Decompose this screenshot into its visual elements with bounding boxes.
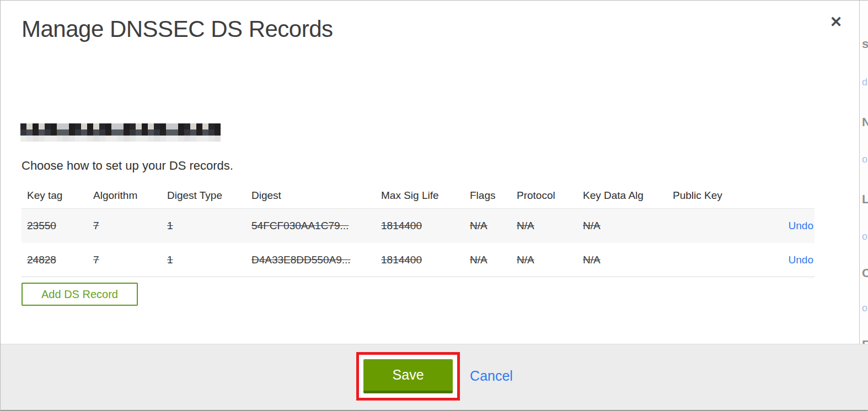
cell-algorithm: 7: [93, 220, 167, 232]
table-row: 23550 7 1 54FCF030AA1C79... 1814400 N/A …: [22, 209, 815, 243]
column-header-algorithm: Algorithm: [93, 190, 167, 202]
background-text-fragment: o: [862, 154, 867, 165]
background-text-fragment: L: [862, 192, 868, 207]
cancel-link[interactable]: Cancel: [470, 368, 513, 384]
column-header-digest-type: Digest Type: [167, 190, 251, 202]
instruction-text: Choose how to set up your DS records.: [22, 159, 233, 173]
cell-key-data-alg: N/A: [583, 254, 673, 266]
table-header-row: Key tag Algorithm Digest Type Digest Max…: [22, 182, 815, 209]
cell-algorithm: 7: [93, 254, 167, 266]
column-header-key-tag: Key tag: [27, 190, 93, 202]
modal-footer: Save Cancel: [1, 344, 868, 410]
background-text-fragment: o: [862, 302, 867, 314]
cell-max-sig-life: 1814400: [381, 254, 470, 266]
undo-link[interactable]: Undo: [789, 220, 813, 231]
background-text-fragment: E: [862, 338, 868, 344]
background-text-fragment: o: [862, 231, 867, 242]
close-icon[interactable]: ✕: [827, 13, 845, 31]
background-text-fragment: s: [862, 37, 868, 51]
red-annotation-box: Save: [356, 352, 460, 401]
browser-viewport: Manage DNSSEC DS Records ✕ Choose how to…: [0, 0, 868, 411]
ds-records-table: Key tag Algorithm Digest Type Digest Max…: [22, 182, 815, 277]
cell-flags: N/A: [470, 254, 517, 266]
column-header-max-sig-life: Max Sig Life: [381, 190, 470, 202]
cell-digest-type: 1: [167, 220, 251, 232]
cell-digest: D4A33E8DD550A9...: [251, 254, 381, 266]
background-page-strip: sdNoLoCoEP: [859, 1, 868, 344]
cell-key-data-alg: N/A: [583, 220, 673, 232]
background-text-fragment: N: [862, 115, 868, 129]
redacted-domain-name: [20, 123, 222, 146]
column-header-key-data-alg: Key Data Alg: [583, 190, 673, 202]
add-ds-record-button[interactable]: Add DS Record: [22, 283, 138, 306]
save-button[interactable]: Save: [363, 359, 453, 393]
cell-digest: 54FCF030AA1C79...: [251, 220, 381, 232]
background-text-fragment: C: [862, 266, 868, 280]
cell-flags: N/A: [470, 220, 517, 232]
cell-key-tag: 24828: [27, 254, 93, 266]
table-row: 24828 7 1 D4A33E8DD550A9... 1814400 N/A …: [22, 243, 815, 277]
cell-max-sig-life: 1814400: [381, 220, 470, 232]
column-header-flags: Flags: [470, 190, 517, 202]
cell-protocol: N/A: [517, 254, 583, 266]
column-header-public-key: Public Key: [673, 190, 770, 202]
cell-digest-type: 1: [167, 254, 251, 266]
modal-title: Manage DNSSEC DS Records: [22, 16, 333, 42]
cell-protocol: N/A: [517, 220, 583, 232]
column-header-digest: Digest: [251, 190, 381, 202]
column-header-protocol: Protocol: [517, 190, 583, 202]
undo-link[interactable]: Undo: [789, 254, 813, 266]
background-text-fragment: d: [862, 77, 867, 88]
cell-key-tag: 23550: [27, 220, 93, 232]
